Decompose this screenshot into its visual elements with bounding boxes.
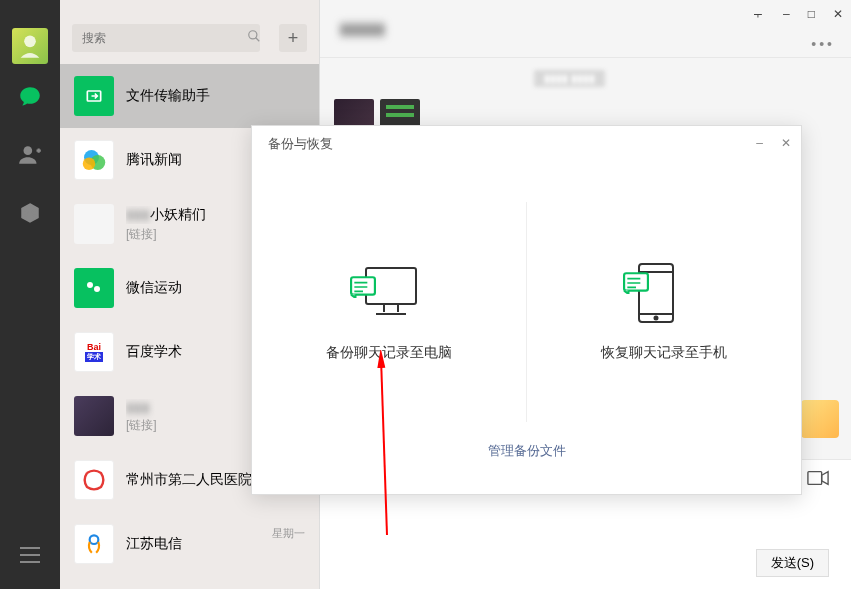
minimize-icon[interactable]: – [783,7,790,21]
modal-title: 备份与恢复 [252,126,801,162]
svg-point-23 [655,317,658,320]
list-item[interactable]: 江苏电信 星期一 [60,512,319,576]
svg-point-1 [24,146,33,155]
search-input[interactable] [72,24,260,52]
conv-title: 江苏电信 [126,535,272,553]
backup-restore-modal: 备份与恢复 – ✕ 备份聊天记录至电脑 [251,125,802,495]
video-call-icon[interactable] [807,470,829,490]
contacts-tab-icon[interactable] [0,130,60,180]
date-pill: ▮▮▮▮ ▮▮▮▮ [534,70,605,87]
more-icon[interactable]: ••• [811,36,835,52]
svg-point-11 [87,282,93,288]
monitor-icon [354,262,424,322]
chat-name: ▮▮▮▮▮ [340,19,385,38]
favorites-tab-icon[interactable] [0,188,60,238]
modal-minimize-icon[interactable]: – [756,136,763,150]
svg-point-13 [90,535,99,544]
add-button[interactable]: + [279,24,307,52]
maximize-icon[interactable]: □ [808,7,815,21]
emoji-message[interactable] [801,400,839,438]
svg-rect-4 [20,561,40,563]
svg-rect-14 [808,472,822,485]
list-item[interactable]: 文件传输助手 [60,64,319,128]
sidebar [0,0,60,589]
svg-point-10 [83,158,96,171]
close-icon[interactable]: ✕ [833,7,843,21]
modal-close-icon[interactable]: ✕ [781,136,791,150]
pin-icon[interactable]: ⫟ [751,6,765,22]
svg-rect-3 [20,554,40,556]
svg-point-12 [94,286,100,292]
svg-point-0 [24,36,36,48]
send-button[interactable]: 发送(S) [756,549,829,577]
menu-icon[interactable] [0,537,60,573]
chat-header: ▮▮▮▮▮ ⫟ – □ ✕ ••• [320,0,851,58]
restore-label: 恢复聊天记录至手机 [601,344,727,362]
svg-rect-2 [20,547,40,549]
restore-to-phone-option[interactable]: 恢复聊天记录至手机 [527,202,801,422]
manage-backup-link[interactable]: 管理备份文件 [252,442,801,460]
user-avatar[interactable] [12,28,48,64]
conv-time: 星期一 [272,526,305,541]
chat-tab-icon[interactable] [0,72,60,122]
conv-title: 文件传输助手 [126,87,305,105]
window-controls: ⫟ – □ ✕ [751,6,843,22]
search-row: + [60,0,319,64]
backup-to-pc-option[interactable]: 备份聊天记录至电脑 [252,202,527,422]
backup-label: 备份聊天记录至电脑 [326,344,452,362]
phone-icon [629,262,699,322]
